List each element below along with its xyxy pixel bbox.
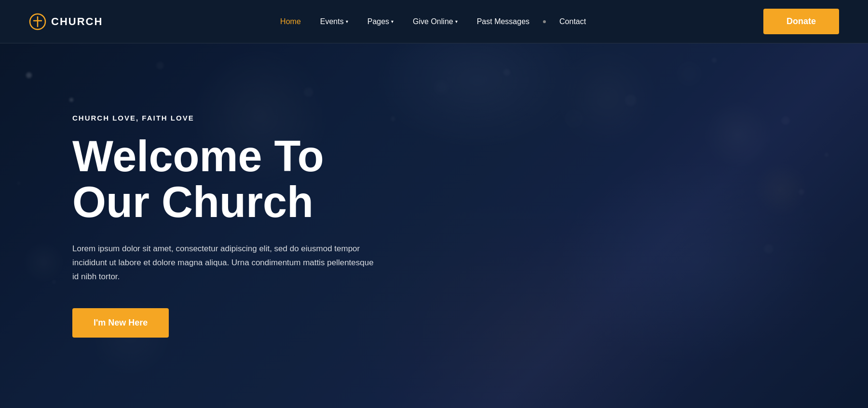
hero-eyebrow: CHURCH LOVE, FAITH LOVE: [72, 114, 796, 122]
nav-contact[interactable]: Contact: [552, 14, 594, 30]
hero-section: CHURCH LOVE, FAITH LOVE Welcome To Our C…: [0, 43, 868, 408]
hero-description: Lorem ipsum dolor sit amet, consectetur …: [72, 242, 376, 284]
nav-past-messages[interactable]: Past Messages: [469, 14, 537, 30]
hero-title: Welcome To Our Church: [72, 134, 410, 225]
logo-text: CHURCH: [51, 15, 103, 28]
logo-icon: [29, 13, 46, 30]
events-chevron-icon: ▾: [346, 19, 348, 24]
nav-home[interactable]: Home: [272, 14, 309, 30]
nav-pages[interactable]: Pages ▾: [360, 14, 401, 30]
new-here-button[interactable]: I'm New Here: [72, 308, 169, 338]
donate-button[interactable]: Donate: [763, 9, 839, 34]
logo-area[interactable]: CHURCH: [29, 13, 103, 30]
nav-separator: [543, 20, 546, 23]
hero-content: CHURCH LOVE, FAITH LOVE Welcome To Our C…: [0, 43, 868, 408]
site-header: CHURCH Home Events ▾ Pages ▾ Give Online…: [0, 0, 868, 43]
nav-give-online[interactable]: Give Online ▾: [405, 14, 465, 30]
give-online-chevron-icon: ▾: [455, 19, 458, 24]
pages-chevron-icon: ▾: [391, 19, 393, 24]
nav-events[interactable]: Events ▾: [312, 14, 356, 30]
main-nav: Home Events ▾ Pages ▾ Give Online ▾ Past…: [272, 14, 594, 30]
